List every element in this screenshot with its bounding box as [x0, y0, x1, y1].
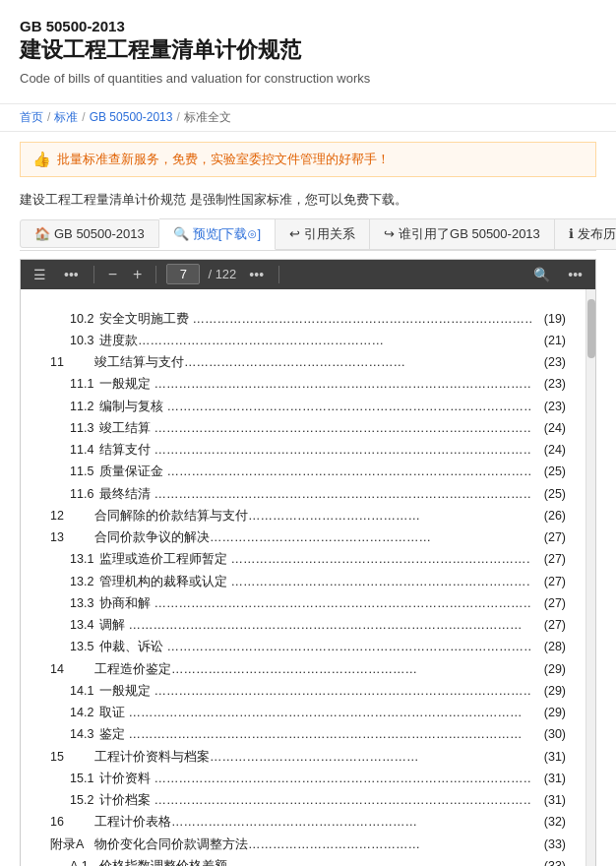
toc-title: 编制与复核 ……………………………………………………………………………………: [99, 397, 531, 417]
toc-line: 附录A 物价变化合同价款调整方法…………………………………… (33): [50, 835, 566, 855]
toc-title: 工程计价表格……………………………………………………: [94, 812, 531, 833]
toc-line: 12 合同解除的价款结算与支付…………………………………… (26): [50, 506, 566, 526]
pdf-dots-mid[interactable]: •••: [244, 264, 269, 285]
toc-title: 竣工结算 ……………………………………………………………………………………: [99, 418, 531, 439]
pdf-menu-btn[interactable]: ☰: [29, 264, 51, 285]
cite-out-icon: ↪: [384, 226, 395, 241]
pdf-zoom-in-btn[interactable]: +: [129, 264, 146, 285]
toc-title: 管理机构的裁释或认定 ………………………………………………………………………………: [99, 572, 531, 592]
toc-num: 15.2: [50, 790, 99, 811]
toc-page: (31): [531, 790, 566, 811]
toc-page: (23): [531, 397, 566, 417]
toc-line: 13.2 管理机构的裁释或认定 …………………………………………………………………: [50, 572, 566, 592]
pdf-toolbar: ☰ ••• − + / 122 ••• 🔍 •••: [21, 260, 595, 289]
toc-num: 14.2: [50, 703, 99, 723]
toc-num: 15.1: [50, 769, 99, 789]
toc-page: (31): [531, 769, 566, 789]
toc-title: 取证 ……………………………………………………………………………………: [99, 703, 531, 723]
toc-line: 11.1 一般规定 …………………………………………………………………………………: [50, 374, 566, 395]
toc-page: (24): [531, 440, 566, 461]
btn-home-std[interactable]: 🏠 GB 50500-2013: [20, 219, 159, 248]
toc-num: 11.2: [50, 397, 99, 417]
breadcrumb-current: 标准全文: [184, 109, 231, 126]
notice-bar: 👍 批量标准查新服务，免费，实验室委控文件管理的好帮手！: [20, 142, 596, 177]
pdf-scrollbar-thumb[interactable]: [587, 299, 595, 358]
toc-line: 14.1 一般规定 …………………………………………………………………………………: [50, 681, 566, 702]
pdf-zoom-out-btn[interactable]: −: [104, 264, 121, 285]
pdf-search-btn[interactable]: 🔍: [528, 264, 555, 285]
toc-page: (29): [531, 703, 566, 723]
toc-page: (33): [531, 856, 566, 866]
toc-title: 仲裁、诉讼 ……………………………………………………………………………………: [99, 637, 531, 657]
breadcrumb-std-code[interactable]: GB 50500-2013: [90, 110, 173, 124]
search-icon: 🔍: [173, 226, 189, 241]
toc-title: 竣工结算与支付………………………………………………: [94, 352, 531, 373]
toc-page: (23): [531, 374, 566, 395]
toc-line: 11.5 质量保证金 ………………………………………………………………………………: [50, 462, 566, 482]
pdf-page-total: / 122: [208, 267, 236, 281]
btn-release-history[interactable]: ℹ 发布历史GB 50500: [555, 218, 616, 250]
toolbar-sep-3: [278, 266, 279, 283]
toc-page: (25): [531, 484, 566, 505]
toc-title: 最终结清 ……………………………………………………………………………………: [99, 484, 531, 505]
toc-num: 12: [50, 506, 94, 526]
toc-num: 10.2: [50, 309, 99, 330]
main-title-en: Code of bills of quantities and valuatio…: [20, 71, 596, 86]
btn-who-cited[interactable]: ↪ 谁引用了GB 50500-2013: [370, 218, 555, 250]
pdf-dots-left[interactable]: •••: [59, 264, 84, 285]
toc-num: 13.3: [50, 593, 99, 614]
main-title-cn: 建设工程工程量清单计价规范: [20, 36, 596, 65]
toc-title: 鉴定 ……………………………………………………………………………………: [99, 724, 531, 745]
toc-line: 15.2 计价档案 …………………………………………………………………………………: [50, 790, 566, 811]
toc-title: 合同解除的价款结算与支付……………………………………: [94, 506, 531, 526]
toc-num: 13.4: [50, 615, 99, 636]
toc-line: 14 工程造价鉴定…………………………………………………… (29): [50, 659, 566, 680]
toc-title: 安全文明施工费 ……………………………………………………………………………………: [99, 309, 531, 330]
toc-page: (32): [531, 812, 566, 833]
toc-title: 物价变化合同价款调整方法……………………………………: [94, 835, 531, 855]
toc-line: 13.5 仲裁、诉讼 ………………………………………………………………………………: [50, 637, 566, 657]
toolbar-sep-2: [155, 266, 156, 283]
cite-in-icon: ↩: [289, 226, 300, 241]
toc-line: 15 工程计价资料与档案…………………………………………… (31): [50, 747, 566, 768]
toc-page: (27): [531, 593, 566, 614]
toc-num: 14.1: [50, 681, 99, 702]
toc-page: (29): [531, 681, 566, 702]
toc-page: (27): [531, 527, 566, 548]
toc-title: 价格指数调整价格差额 ………………………………………………………………………………: [99, 856, 531, 866]
toc-num: 11.1: [50, 374, 99, 395]
toc-line: 13 合同价款争议的解决……………………………………………… (27): [50, 527, 566, 548]
toc-page: (26): [531, 506, 566, 526]
pdf-scrollbar[interactable]: [585, 289, 595, 866]
toc-num: 15: [50, 747, 94, 768]
toc-page: (27): [531, 572, 566, 592]
toc-title: 一般规定 ……………………………………………………………………………………: [99, 681, 531, 702]
toc-num: 11.4: [50, 440, 99, 461]
btn-preview-download[interactable]: 🔍 预览[下载⊙]: [159, 218, 276, 250]
toc-title: 工程造价鉴定……………………………………………………: [94, 659, 531, 680]
breadcrumb-home[interactable]: 首页: [20, 109, 43, 126]
toc-page: (30): [531, 724, 566, 745]
toc-line: 14.3 鉴定 ………………………………………………………………………………………: [50, 724, 566, 745]
pdf-dots-right[interactable]: •••: [563, 264, 587, 285]
toc-num: 13.1: [50, 549, 99, 570]
toc-page: (31): [531, 747, 566, 768]
toc-title: 工程计价资料与档案……………………………………………: [94, 747, 531, 768]
toc-title: 监理或造价工程师暂定 ………………………………………………………………………………: [99, 549, 531, 570]
toc-num: 13: [50, 527, 94, 548]
toc-num: A.1: [50, 856, 99, 866]
notice-icon: 👍: [32, 151, 51, 168]
toc-line: 15.1 计价资料 …………………………………………………………………………………: [50, 769, 566, 789]
toc-num: 11: [50, 352, 94, 373]
info-icon: ℹ: [569, 226, 574, 241]
btn-cite-relations[interactable]: ↩ 引用关系: [276, 218, 370, 250]
breadcrumb-standards[interactable]: 标准: [54, 109, 78, 126]
notice-text: 批量标准查新服务，免费，实验室委控文件管理的好帮手！: [57, 151, 390, 168]
toc-title: 计价资料 ……………………………………………………………………………………: [99, 769, 531, 789]
pdf-page-input[interactable]: [166, 264, 200, 284]
toc-line: 13.3 协商和解 …………………………………………………………………………………: [50, 593, 566, 614]
toc-num: 11.6: [50, 484, 99, 505]
toc-page: (33): [531, 835, 566, 855]
toc-title: 质量保证金 ……………………………………………………………………………………: [99, 462, 531, 482]
toc-num: 11.5: [50, 462, 99, 482]
